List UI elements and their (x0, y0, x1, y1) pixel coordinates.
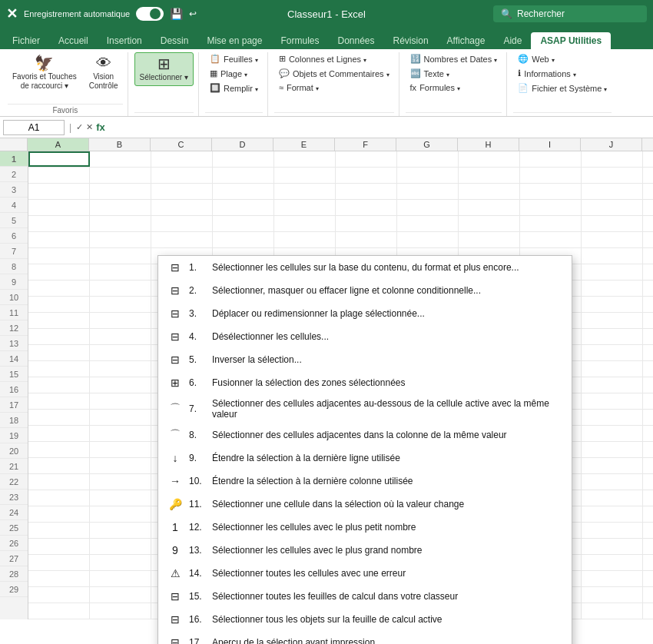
row-number-1[interactable]: 1 (0, 151, 28, 167)
cell-J20[interactable] (582, 458, 643, 473)
tab-dessin[interactable]: Dessin (151, 32, 198, 49)
cell-B16[interactable] (90, 393, 151, 409)
tab-revision[interactable]: Révision (384, 32, 438, 49)
cell-J3[interactable] (582, 184, 643, 199)
menu-item-12[interactable]: 112.Sélectionner les cellules avec le pl… (158, 516, 572, 539)
col-header-H[interactable]: H (458, 138, 519, 151)
cell-A4[interactable] (28, 200, 90, 215)
row-number-15[interactable]: 15 (0, 367, 28, 382)
menu-item-8[interactable]: ⌒8.Sélectionner des cellules adjacentes … (158, 423, 572, 446)
cell-J2[interactable] (582, 168, 643, 183)
cell-J24[interactable] (582, 523, 643, 538)
row-number-2[interactable]: 2 (0, 167, 28, 182)
formules-btn[interactable]: fx Formules ▾ (406, 81, 502, 94)
save-icon[interactable]: 💾 (170, 8, 183, 20)
cell-G6[interactable] (397, 232, 459, 247)
row-number-20[interactable]: 20 (0, 443, 28, 459)
row-number-24[interactable]: 24 (0, 505, 28, 520)
cell-J11[interactable] (582, 313, 643, 328)
cell-E5[interactable] (274, 216, 336, 231)
cell-J1[interactable] (582, 151, 643, 167)
cell-D1[interactable] (213, 151, 274, 167)
nombres-dates-btn[interactable]: 🔢 Nombres et Dates ▾ (406, 52, 502, 65)
cell-J17[interactable] (582, 410, 643, 425)
cell-A15[interactable] (28, 377, 90, 393)
cell-B26[interactable] (90, 555, 151, 570)
cell-A22[interactable] (28, 490, 90, 506)
row-number-14[interactable]: 14 (0, 351, 28, 367)
menu-item-15[interactable]: ⊟15.Sélectionner toutes les feuilles de … (158, 585, 572, 608)
undo-icon[interactable]: ↩ (189, 8, 197, 19)
col-header-D[interactable]: D (212, 138, 273, 151)
cell-C6[interactable] (151, 232, 213, 247)
cell-A3[interactable] (28, 184, 90, 199)
row-number-18[interactable]: 18 (0, 413, 28, 428)
cell-D3[interactable] (213, 184, 274, 199)
cell-D6[interactable] (213, 232, 274, 247)
row-number-17[interactable]: 17 (0, 397, 28, 413)
cell-B20[interactable] (90, 458, 151, 473)
cell-J6[interactable] (582, 232, 643, 247)
cell-B21[interactable] (90, 474, 151, 490)
row-number-23[interactable]: 23 (0, 490, 28, 505)
cell-E4[interactable] (274, 200, 336, 215)
cell-B7[interactable] (90, 248, 151, 264)
cell-I3[interactable] (520, 184, 582, 199)
cell-H1[interactable] (459, 151, 520, 167)
cell-A5[interactable] (28, 216, 90, 231)
cell-I5[interactable] (520, 216, 582, 231)
cell-J15[interactable] (582, 377, 643, 393)
col-header-G[interactable]: G (396, 138, 458, 151)
tab-asap-utilities[interactable]: ASAP Utilities (531, 32, 611, 49)
cell-G2[interactable] (397, 168, 459, 183)
vision-controle-btn[interactable]: 👁 VisionContrôle (85, 52, 123, 94)
cell-A27[interactable] (28, 571, 90, 586)
cell-C3[interactable] (151, 184, 213, 199)
cell-J4[interactable] (582, 200, 643, 215)
cell-J5[interactable] (582, 216, 643, 231)
cell-B28[interactable] (90, 587, 151, 603)
cell-B17[interactable] (90, 410, 151, 425)
cell-A1[interactable] (28, 151, 90, 167)
cell-F2[interactable] (336, 168, 397, 183)
cell-A20[interactable] (28, 458, 90, 473)
cell-J23[interactable] (582, 506, 643, 522)
row-number-16[interactable]: 16 (0, 382, 28, 397)
cell-C1[interactable] (151, 151, 213, 167)
menu-item-6[interactable]: ⊞6.Fusionner la sélection des zones séle… (158, 371, 572, 394)
cell-A9[interactable] (28, 281, 90, 296)
cell-A17[interactable] (28, 410, 90, 425)
cell-B14[interactable] (90, 361, 151, 377)
cell-A21[interactable] (28, 474, 90, 490)
tab-affichage[interactable]: Affichage (438, 32, 495, 49)
cell-B11[interactable] (90, 313, 151, 328)
cell-D4[interactable] (213, 200, 274, 215)
cell-A23[interactable] (28, 506, 90, 522)
cell-J13[interactable] (582, 345, 643, 360)
cell-J12[interactable] (582, 329, 643, 344)
cell-B23[interactable] (90, 506, 151, 522)
cell-A24[interactable] (28, 523, 90, 538)
col-header-A[interactable]: A (28, 138, 89, 151)
menu-item-7[interactable]: ⌒7.Sélectionner des cellules adjacentes … (158, 394, 572, 423)
cell-H3[interactable] (459, 184, 520, 199)
cell-G3[interactable] (397, 184, 459, 199)
cell-A26[interactable] (28, 555, 90, 570)
cell-A14[interactable] (28, 361, 90, 377)
cell-E1[interactable] (274, 151, 336, 167)
col-header-I[interactable]: I (519, 138, 581, 151)
row-number-25[interactable]: 25 (0, 520, 28, 536)
row-number-10[interactable]: 10 (0, 290, 28, 305)
cell-E6[interactable] (274, 232, 336, 247)
row-number-29[interactable]: 29 (0, 582, 28, 597)
cell-B9[interactable] (90, 281, 151, 296)
tab-aide[interactable]: Aide (494, 32, 531, 49)
menu-item-9[interactable]: ↓9.Étendre la sélection à la dernière li… (158, 446, 572, 470)
cell-H2[interactable] (459, 168, 520, 183)
name-box[interactable] (3, 120, 65, 135)
colonnes-lignes-btn[interactable]: ⊞ Colonnes et Lignes ▾ (274, 52, 394, 65)
cell-B13[interactable] (90, 345, 151, 360)
cell-J18[interactable] (582, 426, 643, 441)
tab-insertion[interactable]: Insertion (98, 32, 151, 49)
cell-D2[interactable] (213, 168, 274, 183)
